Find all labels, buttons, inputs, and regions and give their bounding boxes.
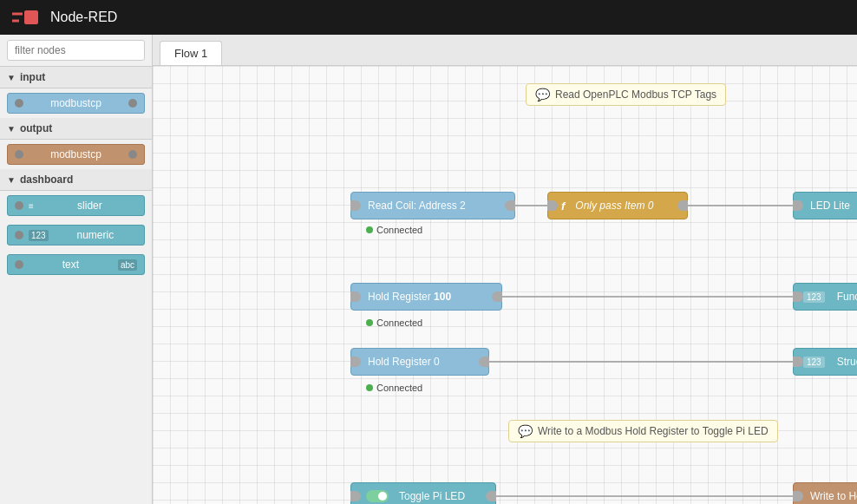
node-label: Toggle Pi LED xyxy=(392,490,486,502)
port-right-icon xyxy=(128,150,137,159)
comment-node-1[interactable]: 💬 Read OpenPLC Modbus TCP Tags xyxy=(526,83,726,106)
comment-icon: 💬 xyxy=(535,88,550,101)
toggle-switch-icon xyxy=(366,490,389,502)
port-left-icon xyxy=(350,491,361,501)
chevron-icon: ▼ xyxy=(7,73,16,82)
port-left-icon xyxy=(350,291,361,302)
sidebar: ▼ input modbustcp ▼ output modbustcp ▼ d… xyxy=(0,35,153,504)
status-text: Connected xyxy=(376,383,422,393)
node-label: Hold Register 100 xyxy=(361,291,492,303)
status-dot-green xyxy=(366,226,373,233)
flow-node-n3[interactable]: LED Lite abc xyxy=(793,192,857,219)
node-label: numeric xyxy=(54,229,137,241)
port-left-icon xyxy=(547,200,558,211)
svg-rect-2 xyxy=(24,10,38,24)
node-badge: 123 xyxy=(803,357,825,368)
comment-text: Write to a Modbus Hold Register to Toggl… xyxy=(538,425,769,437)
section-header-dashboard[interactable]: ▼ dashboard xyxy=(0,169,152,191)
node-label: slider xyxy=(43,200,137,212)
port-right-icon xyxy=(128,99,137,108)
node-badge: 123 xyxy=(803,291,825,303)
function-icon: f xyxy=(558,200,568,213)
status-connected-n6: Connected xyxy=(366,383,422,393)
app-logo xyxy=(10,7,42,28)
filter-input-wrap xyxy=(0,35,152,67)
chevron-icon: ▼ xyxy=(7,124,16,134)
comment-icon: 💬 xyxy=(518,424,533,438)
sidebar-node-slider[interactable]: ≡ slider xyxy=(7,195,145,216)
sidebar-node-modbustcp-in[interactable]: modbustcp xyxy=(7,93,145,114)
status-connected-n4: Connected xyxy=(366,317,422,328)
chevron-icon: ▼ xyxy=(7,175,16,185)
port-left-icon xyxy=(15,99,23,108)
port-left-icon xyxy=(350,357,361,367)
node-label: modbustcp xyxy=(29,97,123,109)
section-label-output: output xyxy=(20,122,52,134)
flow-node-n5[interactable]: 123 Function Block PB Count xyxy=(793,283,857,311)
section-header-output[interactable]: ▼ output xyxy=(0,118,152,140)
node-label: text xyxy=(29,259,113,271)
port-left-icon xyxy=(793,200,803,211)
port-right-icon xyxy=(486,491,496,501)
port-right-icon xyxy=(677,200,688,211)
canvas-area: Flow 1 💬 Read OpenPLC Modbus TCP Tags xyxy=(153,35,857,504)
flow-node-n7[interactable]: 123 Structured Text PB Count xyxy=(793,348,857,376)
section-label-dashboard: dashboard xyxy=(20,173,73,186)
filter-nodes-input[interactable] xyxy=(7,40,145,61)
port-left-icon xyxy=(15,260,23,269)
node-label: Hold Register 0 xyxy=(361,356,479,368)
app-title: Node-RED xyxy=(50,10,117,25)
port-left-icon xyxy=(15,150,23,159)
port-left-icon xyxy=(793,491,803,501)
tab-flow1[interactable]: Flow 1 xyxy=(160,41,222,65)
port-right-icon xyxy=(492,291,502,302)
flow-canvas[interactable]: 💬 Read OpenPLC Modbus TCP Tags Read Coil… xyxy=(153,66,857,504)
node-label: Structured Text PB Count xyxy=(830,356,857,368)
port-left-icon xyxy=(793,291,803,302)
port-right-icon xyxy=(479,357,489,367)
comment-node-2[interactable]: 💬 Write to a Modbus Hold Register to Tog… xyxy=(508,420,778,442)
section-label-input: input xyxy=(20,71,45,83)
sidebar-node-modbustcp-out[interactable]: modbustcp xyxy=(7,144,145,165)
flow-node-n6[interactable]: Hold Register 0 xyxy=(350,348,489,376)
comment-text: Read OpenPLC Modbus TCP Tags xyxy=(555,88,716,101)
status-dot-green xyxy=(366,319,373,326)
topbar: Node-RED xyxy=(0,0,857,35)
flow-node-n2[interactable]: f Only pass Item 0 xyxy=(547,192,688,219)
flow-node-n8[interactable]: Toggle Pi LED xyxy=(350,482,496,504)
node-badge: abc xyxy=(118,259,137,271)
port-left-icon xyxy=(793,357,803,367)
flow-node-n4[interactable]: Hold Register 100 xyxy=(350,283,502,311)
toggle-knob xyxy=(378,492,387,501)
node-badge: 123 xyxy=(29,230,49,241)
sidebar-node-text[interactable]: text abc xyxy=(7,254,145,275)
status-text: Connected xyxy=(376,317,422,328)
flow-node-n9[interactable]: Write to Hold Register 1 xyxy=(793,482,857,504)
tab-bar: Flow 1 xyxy=(153,35,857,66)
port-left-icon xyxy=(15,201,23,210)
node-label: modbustcp xyxy=(29,148,123,160)
node-label: Function Block PB Count xyxy=(830,291,857,303)
node-label: Only pass Item 0 xyxy=(568,200,677,212)
section-header-input[interactable]: ▼ input xyxy=(0,67,152,88)
status-dot-green xyxy=(366,384,373,391)
status-text: Connected xyxy=(376,225,422,235)
port-left-icon xyxy=(350,200,361,211)
node-label: Read Coil: Address 2 xyxy=(361,200,505,212)
node-label: LED Lite xyxy=(803,200,857,212)
status-connected-n1: Connected xyxy=(366,225,422,235)
node-label: Write to Hold Register 1 xyxy=(803,490,857,502)
port-left-icon xyxy=(15,231,23,239)
flow-node-n1[interactable]: Read Coil: Address 2 xyxy=(350,192,515,219)
sidebar-node-numeric[interactable]: 123 numeric xyxy=(7,225,145,245)
port-right-icon xyxy=(505,200,515,211)
